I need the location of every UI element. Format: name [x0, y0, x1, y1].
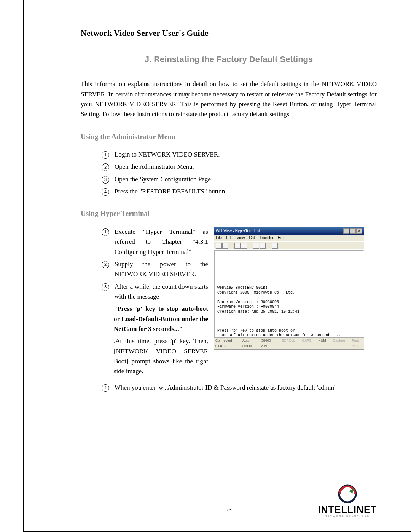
list-item: 2Open the Administrator Menu.: [102, 162, 377, 172]
status-scroll: SCROLL: [282, 338, 295, 349]
step-marker: 1: [102, 228, 109, 236]
list-item: 1Execute "Hyper Terminal" as referred to…: [102, 227, 208, 257]
status-printecho: Print echo: [352, 338, 363, 349]
list-item: 1Login to NETWORK VIDEO SERVER.: [102, 150, 377, 160]
window-title: WebView - HyperTerminal: [216, 228, 260, 234]
hyper-steps-column: 1Execute "Hyper Terminal" as referred to…: [102, 227, 208, 379]
document-page: Network Video Server User's Guide J. Rei…: [23, 0, 411, 532]
hyper-step4-row: 4When you enter 'w', Administrator ID & …: [81, 383, 377, 393]
list-item: .At this time, press 'p' key. Then, [NET…: [102, 336, 208, 376]
step-text: Open the Administrator Menu.: [115, 162, 377, 172]
status-num: NUM: [318, 338, 326, 349]
status-bar: Connected 0:00:17 Auto detect 38400 8-N-…: [214, 337, 364, 349]
window-controls: _□×: [343, 228, 362, 234]
logo-brand: INTELLINET: [318, 505, 377, 514]
step-text: Login to NETWORK VIDEO SERVER.: [115, 150, 377, 160]
status-capture: Capture: [333, 338, 345, 349]
menu-help[interactable]: Help: [278, 236, 286, 240]
menu-transfer[interactable]: Transfer: [260, 236, 274, 240]
properties-icon[interactable]: [272, 243, 278, 249]
step-text: Press the "RESTORE DEFAULTS" button.: [115, 187, 377, 197]
step-text: After a while, the count down starts wit…: [115, 282, 208, 302]
menu-edit[interactable]: Edit: [226, 236, 233, 240]
bold-message: "Press 'p' key to stop auto-boot or Load…: [114, 304, 208, 334]
window-titlebar: WebView - HyperTerminal _□×: [214, 227, 364, 235]
logo-tagline: NETWORK SOLUTIONS: [318, 514, 377, 518]
status-connected: Connected 0:00:17: [215, 338, 236, 349]
hyperterminal-window: WebView - HyperTerminal _□× File Edit Vi…: [214, 227, 364, 350]
logo-mark-icon: [338, 484, 357, 503]
list-item: 3After a while, the count down starts wi…: [102, 282, 208, 302]
minimize-icon[interactable]: _: [343, 228, 349, 234]
maximize-icon[interactable]: □: [350, 228, 356, 234]
hyper-section: 1Execute "Hyper Terminal" as referred to…: [81, 227, 377, 379]
status-detect: Auto detect: [242, 338, 255, 349]
list-item: 3Open the System Configuration Page.: [102, 174, 377, 184]
step-text: Supply the power to the NETWORK VIDEO SE…: [115, 259, 208, 280]
receive-icon[interactable]: [260, 243, 266, 249]
brand-logo: INTELLINET NETWORK SOLUTIONS: [318, 484, 377, 518]
toolbar: [214, 241, 364, 250]
list-item: "Press 'p' key to stop auto-boot or Load…: [102, 304, 208, 334]
status-caps: CAPS: [302, 338, 312, 349]
step-marker: 2: [102, 163, 109, 171]
intro-paragraph: This information explains instructions i…: [81, 79, 377, 119]
step-text: .At this time, press 'p' key. Then, [NET…: [114, 336, 208, 376]
terminal-output: WebView Boot(ENC-001B) Copyright 2000 Mi…: [214, 250, 364, 345]
step-text: When you enter 'w', Administrator ID & P…: [115, 383, 335, 393]
step-text: Open the System Configuration Page.: [115, 174, 377, 184]
step-marker: 4: [102, 188, 109, 196]
admin-subheading: Using the Administrator Menu: [81, 131, 377, 142]
list-item: 4When you enter 'w', Administrator ID & …: [102, 383, 377, 393]
step-text: Execute "Hyper Terminal" as referred to …: [115, 227, 208, 257]
step-marker: 3: [102, 176, 109, 184]
page-header: Network Video Server User's Guide: [81, 27, 377, 40]
menu-call[interactable]: Call: [249, 236, 255, 240]
new-icon[interactable]: [216, 243, 222, 249]
hyper-subheading: Using Hyper Terminal: [81, 208, 377, 219]
menu-bar: File Edit View Call Transfer Help: [214, 235, 364, 241]
disconnect-icon[interactable]: [241, 243, 247, 249]
connect-icon[interactable]: [234, 243, 241, 249]
step-marker: 4: [102, 384, 109, 392]
section-heading: J. Reinstating the Factory Default Setti…: [81, 53, 377, 66]
terminal-column: WebView - HyperTerminal _□× File Edit Vi…: [214, 227, 377, 350]
list-item: 4Press the "RESTORE DEFAULTS" button.: [102, 187, 377, 197]
menu-file[interactable]: File: [216, 236, 222, 240]
status-baud: 38400 8-N-1: [261, 338, 275, 349]
step-marker: 1: [102, 151, 109, 159]
admin-steps-list: 1Login to NETWORK VIDEO SERVER. 2Open th…: [81, 150, 377, 197]
close-icon[interactable]: ×: [356, 228, 362, 234]
step-marker: 3: [102, 283, 109, 291]
menu-view[interactable]: View: [237, 236, 245, 240]
open-icon[interactable]: [222, 243, 228, 249]
send-icon[interactable]: [253, 243, 259, 249]
list-item: 2Supply the power to the NETWORK VIDEO S…: [102, 259, 208, 280]
step-marker: 2: [102, 261, 109, 268]
